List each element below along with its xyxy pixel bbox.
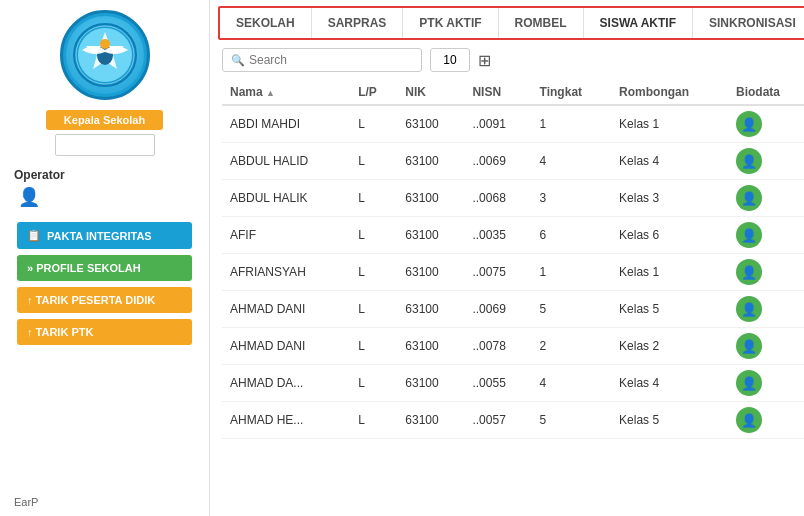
search-input[interactable] [249, 53, 413, 67]
biodata-button[interactable]: 👤 [736, 185, 762, 211]
biodata-button[interactable]: 👤 [736, 407, 762, 433]
cell-rombongan: Kelas 5 [611, 402, 728, 439]
cell-nik: 63100 [397, 254, 464, 291]
grid-view-icon[interactable]: ⊞ [478, 51, 491, 70]
cell-nisn: ..0068 [464, 180, 531, 217]
cell-lp: L [350, 365, 397, 402]
biodata-button[interactable]: 👤 [736, 296, 762, 322]
logo-svg [72, 22, 138, 88]
cell-rombongan: Kelas 3 [611, 180, 728, 217]
table-row: AHMAD DANI L 63100 ..0078 2 Kelas 2 👤 [222, 328, 804, 365]
tab-sekolah[interactable]: SEKOLAH [220, 8, 312, 38]
biodata-button[interactable]: 👤 [736, 111, 762, 137]
col-tingkat: Tingkat [532, 80, 611, 105]
school-logo [60, 10, 150, 100]
biodata-button[interactable]: 👤 [736, 333, 762, 359]
cell-nama: AHMAD HE... [222, 402, 350, 439]
cell-nama: ABDI MAHDI [222, 105, 350, 143]
tab-sarpras[interactable]: SARPRAS [312, 8, 404, 38]
col-biodata: Biodata [728, 80, 804, 105]
biodata-button[interactable]: 👤 [736, 370, 762, 396]
cell-lp: L [350, 291, 397, 328]
table-row: AFIF L 63100 ..0035 6 Kelas 6 👤 [222, 217, 804, 254]
toolbar: 🔍 10 ⊞ [222, 48, 804, 72]
col-nisn: NISN [464, 80, 531, 105]
cell-nisn: ..0035 [464, 217, 531, 254]
cell-tingkat: 4 [532, 143, 611, 180]
tarik-ptk-label: ↑ TARIK PTK [27, 326, 93, 338]
cell-lp: L [350, 217, 397, 254]
col-nama: Nama ▲ [222, 80, 350, 105]
cell-biodata: 👤 [728, 402, 804, 439]
cell-rombongan: Kelas 6 [611, 217, 728, 254]
cell-nama: AHMAD DANI [222, 328, 350, 365]
profile-sekolah-button[interactable]: » PROFILE SEKOLAH [17, 255, 192, 281]
pakta-integritas-button[interactable]: 📋 PAKTA INTEGRITAS [17, 222, 192, 249]
tab-rombel[interactable]: ROMBEL [499, 8, 584, 38]
cell-tingkat: 3 [532, 180, 611, 217]
cell-nisn: ..0078 [464, 328, 531, 365]
tarik-peserta-button[interactable]: ↑ TARIK PESERTA DIDIK [17, 287, 192, 313]
sidebar: Kepala Sekolah Operator 👤 📋 PAKTA INTEGR… [0, 0, 210, 516]
cell-tingkat: 6 [532, 217, 611, 254]
cell-biodata: 👤 [728, 328, 804, 365]
cell-nik: 63100 [397, 402, 464, 439]
cell-tingkat: 1 [532, 254, 611, 291]
biodata-button[interactable]: 👤 [736, 222, 762, 248]
biodata-button[interactable]: 👤 [736, 259, 762, 285]
tarik-ptk-button[interactable]: ↑ TARIK PTK [17, 319, 192, 345]
cell-nik: 63100 [397, 291, 464, 328]
table-body: ABDI MAHDI L 63100 ..0091 1 Kelas 1 👤 AB… [222, 105, 804, 439]
cell-nik: 63100 [397, 217, 464, 254]
cell-nisn: ..0069 [464, 143, 531, 180]
cell-nama: AHMAD DA... [222, 365, 350, 402]
cell-tingkat: 1 [532, 105, 611, 143]
operator-label: Operator [0, 168, 65, 182]
kepala-sekolah-label: Kepala Sekolah [46, 110, 163, 130]
tab-siswa-aktif[interactable]: SISWA AKTIF [584, 8, 693, 38]
tab-sinkronisasi[interactable]: SINKRONISASI [693, 8, 804, 38]
cell-rombongan: Kelas 5 [611, 291, 728, 328]
cell-tingkat: 5 [532, 291, 611, 328]
cell-lp: L [350, 143, 397, 180]
cell-biodata: 👤 [728, 365, 804, 402]
table-row: AHMAD DANI L 63100 ..0069 5 Kelas 5 👤 [222, 291, 804, 328]
content-area: 🔍 10 ⊞ Nama ▲ L/P NIK NISN Tingka [210, 40, 804, 516]
cell-nama: AFRIANSYAH [222, 254, 350, 291]
cell-lp: L [350, 180, 397, 217]
cell-nik: 63100 [397, 365, 464, 402]
pakta-label: PAKTA INTEGRITAS [47, 230, 152, 242]
cell-lp: L [350, 328, 397, 365]
cell-lp: L [350, 105, 397, 143]
cell-nik: 63100 [397, 328, 464, 365]
table-row: ABDI MAHDI L 63100 ..0091 1 Kelas 1 👤 [222, 105, 804, 143]
cell-nik: 63100 [397, 180, 464, 217]
tab-ptk-aktif[interactable]: PTK AKTIF [403, 8, 498, 38]
cell-nama: AFIF [222, 217, 350, 254]
col-lp: L/P [350, 80, 397, 105]
kepala-sekolah-input[interactable] [55, 134, 155, 156]
col-nik: NIK [397, 80, 464, 105]
col-rombongan: Rombongan [611, 80, 728, 105]
main-content: SEKOLAH SARPRAS PTK AKTIF ROMBEL SISWA A… [210, 0, 804, 516]
cell-nisn: ..0091 [464, 105, 531, 143]
cell-tingkat: 5 [532, 402, 611, 439]
cell-tingkat: 4 [532, 365, 611, 402]
students-table: Nama ▲ L/P NIK NISN Tingkat Rombongan Bi… [222, 80, 804, 439]
cell-biodata: 👤 [728, 143, 804, 180]
cell-rombongan: Kelas 4 [611, 143, 728, 180]
top-nav: SEKOLAH SARPRAS PTK AKTIF ROMBEL SISWA A… [218, 6, 804, 40]
sort-arrow-nama: ▲ [266, 88, 275, 98]
cell-nisn: ..0057 [464, 402, 531, 439]
cell-biodata: 👤 [728, 105, 804, 143]
biodata-button[interactable]: 👤 [736, 148, 762, 174]
table-row: AHMAD DA... L 63100 ..0055 4 Kelas 4 👤 [222, 365, 804, 402]
cell-biodata: 👤 [728, 254, 804, 291]
cell-nama: AHMAD DANI [222, 291, 350, 328]
cell-tingkat: 2 [532, 328, 611, 365]
svg-point-4 [100, 39, 110, 49]
cell-nisn: ..0069 [464, 291, 531, 328]
table-row: AHMAD HE... L 63100 ..0057 5 Kelas 5 👤 [222, 402, 804, 439]
table-row: ABDUL HALIK L 63100 ..0068 3 Kelas 3 👤 [222, 180, 804, 217]
cell-rombongan: Kelas 1 [611, 105, 728, 143]
